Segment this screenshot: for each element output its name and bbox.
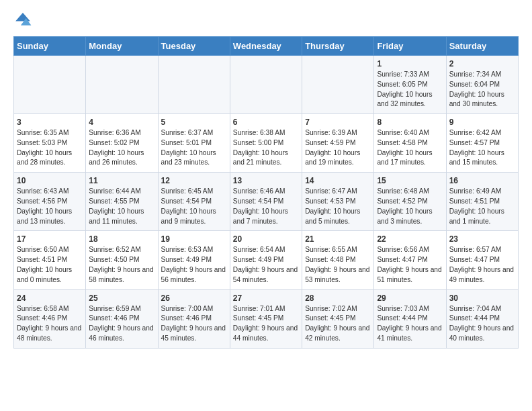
- calendar-cell: [158, 56, 230, 114]
- day-info: Sunrise: 7:01 AM Sunset: 4:45 PM Dayligh…: [233, 304, 299, 344]
- day-number: 26: [161, 293, 227, 303]
- calendar-cell: 7Sunrise: 6:39 AM Sunset: 4:59 PM Daylig…: [302, 114, 374, 173]
- calendar-cell: 28Sunrise: 7:02 AM Sunset: 4:45 PM Dayli…: [302, 289, 374, 348]
- calendar-header: SundayMondayTuesdayWednesdayThursdayFrid…: [14, 37, 519, 56]
- calendar-cell: 19Sunrise: 6:53 AM Sunset: 4:49 PM Dayli…: [158, 231, 230, 289]
- day-info: Sunrise: 6:38 AM Sunset: 5:00 PM Dayligh…: [233, 128, 299, 168]
- calendar-cell: 4Sunrise: 6:36 AM Sunset: 5:02 PM Daylig…: [86, 114, 158, 173]
- day-info: Sunrise: 7:04 AM Sunset: 4:44 PM Dayligh…: [449, 304, 515, 344]
- day-info: Sunrise: 6:48 AM Sunset: 4:52 PM Dayligh…: [377, 187, 443, 226]
- calendar-cell: 12Sunrise: 6:45 AM Sunset: 4:54 PM Dayli…: [158, 173, 230, 231]
- day-info: Sunrise: 6:36 AM Sunset: 5:02 PM Dayligh…: [89, 128, 154, 168]
- week-row-4: 24Sunrise: 6:58 AM Sunset: 4:46 PM Dayli…: [14, 289, 519, 348]
- day-info: Sunrise: 6:52 AM Sunset: 4:50 PM Dayligh…: [89, 245, 154, 285]
- day-number: 23: [449, 234, 515, 244]
- day-info: Sunrise: 7:33 AM Sunset: 6:05 PM Dayligh…: [377, 70, 443, 109]
- calendar-cell: 8Sunrise: 6:40 AM Sunset: 4:58 PM Daylig…: [374, 114, 446, 173]
- day-number: 30: [449, 293, 515, 303]
- calendar-cell: 27Sunrise: 7:01 AM Sunset: 4:45 PM Dayli…: [230, 289, 302, 348]
- day-number: 6: [233, 118, 299, 127]
- header: [13, 11, 519, 30]
- calendar-cell: 15Sunrise: 6:48 AM Sunset: 4:52 PM Dayli…: [374, 173, 446, 231]
- weekday-header-tuesday: Tuesday: [158, 37, 230, 56]
- day-number: 16: [449, 176, 515, 185]
- weekday-header-friday: Friday: [374, 37, 446, 56]
- day-number: 29: [377, 293, 443, 303]
- calendar-cell: 10Sunrise: 6:43 AM Sunset: 4:56 PM Dayli…: [14, 173, 86, 231]
- calendar-cell: 14Sunrise: 6:47 AM Sunset: 4:53 PM Dayli…: [302, 173, 374, 231]
- calendar-table: SundayMondayTuesdayWednesdayThursdayFrid…: [13, 36, 519, 349]
- day-number: 2: [449, 59, 515, 68]
- day-number: 14: [305, 176, 371, 185]
- day-number: 27: [233, 293, 299, 303]
- logo-icon: [13, 11, 32, 30]
- day-info: Sunrise: 6:56 AM Sunset: 4:47 PM Dayligh…: [377, 245, 443, 285]
- weekday-header-saturday: Saturday: [446, 37, 518, 56]
- day-number: 18: [89, 234, 154, 244]
- calendar-cell: 17Sunrise: 6:50 AM Sunset: 4:51 PM Dayli…: [14, 231, 86, 289]
- day-info: Sunrise: 6:49 AM Sunset: 4:51 PM Dayligh…: [449, 187, 515, 226]
- calendar-cell: 11Sunrise: 6:44 AM Sunset: 4:55 PM Dayli…: [86, 173, 158, 231]
- day-info: Sunrise: 7:00 AM Sunset: 4:46 PM Dayligh…: [161, 304, 227, 344]
- day-number: 4: [89, 118, 154, 127]
- day-info: Sunrise: 6:44 AM Sunset: 4:55 PM Dayligh…: [89, 187, 154, 226]
- week-row-2: 10Sunrise: 6:43 AM Sunset: 4:56 PM Dayli…: [14, 173, 519, 231]
- day-number: 22: [377, 234, 443, 244]
- weekday-header-thursday: Thursday: [302, 37, 374, 56]
- calendar-cell: 18Sunrise: 6:52 AM Sunset: 4:50 PM Dayli…: [86, 231, 158, 289]
- day-number: 24: [17, 293, 83, 303]
- day-number: 15: [377, 176, 443, 185]
- calendar-cell: 30Sunrise: 7:04 AM Sunset: 4:44 PM Dayli…: [446, 289, 518, 348]
- day-number: 11: [89, 176, 154, 185]
- weekday-header-sunday: Sunday: [14, 37, 86, 56]
- day-number: 21: [305, 234, 371, 244]
- day-number: 12: [161, 176, 227, 185]
- calendar-cell: 3Sunrise: 6:35 AM Sunset: 5:03 PM Daylig…: [14, 114, 86, 173]
- calendar-cell: 21Sunrise: 6:55 AM Sunset: 4:48 PM Dayli…: [302, 231, 374, 289]
- day-number: 7: [305, 118, 371, 127]
- calendar-cell: 24Sunrise: 6:58 AM Sunset: 4:46 PM Dayli…: [14, 289, 86, 348]
- calendar-cell: 23Sunrise: 6:57 AM Sunset: 4:47 PM Dayli…: [446, 231, 518, 289]
- calendar-cell: 22Sunrise: 6:56 AM Sunset: 4:47 PM Dayli…: [374, 231, 446, 289]
- calendar-cell: 2Sunrise: 7:34 AM Sunset: 6:04 PM Daylig…: [446, 56, 518, 114]
- day-info: Sunrise: 6:43 AM Sunset: 4:56 PM Dayligh…: [17, 187, 83, 226]
- calendar-cell: 29Sunrise: 7:03 AM Sunset: 4:44 PM Dayli…: [374, 289, 446, 348]
- day-info: Sunrise: 6:50 AM Sunset: 4:51 PM Dayligh…: [17, 245, 83, 285]
- day-number: 3: [17, 118, 83, 127]
- day-info: Sunrise: 6:45 AM Sunset: 4:54 PM Dayligh…: [161, 187, 227, 226]
- day-number: 17: [17, 234, 83, 244]
- day-info: Sunrise: 6:40 AM Sunset: 4:58 PM Dayligh…: [377, 128, 443, 168]
- calendar-cell: [230, 56, 302, 114]
- day-number: 13: [233, 176, 299, 185]
- calendar-cell: 26Sunrise: 7:00 AM Sunset: 4:46 PM Dayli…: [158, 289, 230, 348]
- day-info: Sunrise: 6:37 AM Sunset: 5:01 PM Dayligh…: [161, 128, 227, 168]
- week-row-0: 1Sunrise: 7:33 AM Sunset: 6:05 PM Daylig…: [14, 56, 519, 114]
- day-info: Sunrise: 6:58 AM Sunset: 4:46 PM Dayligh…: [17, 304, 83, 344]
- week-row-1: 3Sunrise: 6:35 AM Sunset: 5:03 PM Daylig…: [14, 114, 519, 173]
- calendar-cell: 1Sunrise: 7:33 AM Sunset: 6:05 PM Daylig…: [374, 56, 446, 114]
- day-info: Sunrise: 6:54 AM Sunset: 4:49 PM Dayligh…: [233, 245, 299, 285]
- day-info: Sunrise: 7:03 AM Sunset: 4:44 PM Dayligh…: [377, 304, 443, 344]
- day-info: Sunrise: 7:34 AM Sunset: 6:04 PM Dayligh…: [449, 70, 515, 109]
- day-info: Sunrise: 6:47 AM Sunset: 4:53 PM Dayligh…: [305, 187, 371, 226]
- calendar-cell: 9Sunrise: 6:42 AM Sunset: 4:57 PM Daylig…: [446, 114, 518, 173]
- calendar-cell: 20Sunrise: 6:54 AM Sunset: 4:49 PM Dayli…: [230, 231, 302, 289]
- day-info: Sunrise: 6:53 AM Sunset: 4:49 PM Dayligh…: [161, 245, 227, 285]
- calendar-cell: 16Sunrise: 6:49 AM Sunset: 4:51 PM Dayli…: [446, 173, 518, 231]
- day-info: Sunrise: 6:46 AM Sunset: 4:54 PM Dayligh…: [233, 187, 299, 226]
- day-number: 19: [161, 234, 227, 244]
- calendar-body: 1Sunrise: 7:33 AM Sunset: 6:05 PM Daylig…: [14, 56, 519, 349]
- calendar-cell: 25Sunrise: 6:59 AM Sunset: 4:46 PM Dayli…: [86, 289, 158, 348]
- day-info: Sunrise: 6:55 AM Sunset: 4:48 PM Dayligh…: [305, 245, 371, 285]
- calendar-cell: [86, 56, 158, 114]
- day-info: Sunrise: 7:02 AM Sunset: 4:45 PM Dayligh…: [305, 304, 371, 344]
- day-info: Sunrise: 6:42 AM Sunset: 4:57 PM Dayligh…: [449, 128, 515, 168]
- day-info: Sunrise: 6:59 AM Sunset: 4:46 PM Dayligh…: [89, 304, 154, 344]
- calendar-cell: [302, 56, 374, 114]
- weekday-header-monday: Monday: [86, 37, 158, 56]
- weekday-row: SundayMondayTuesdayWednesdayThursdayFrid…: [14, 37, 519, 56]
- day-number: 10: [17, 176, 83, 185]
- day-number: 8: [377, 118, 443, 127]
- weekday-header-wednesday: Wednesday: [230, 37, 302, 56]
- day-number: 1: [377, 59, 443, 68]
